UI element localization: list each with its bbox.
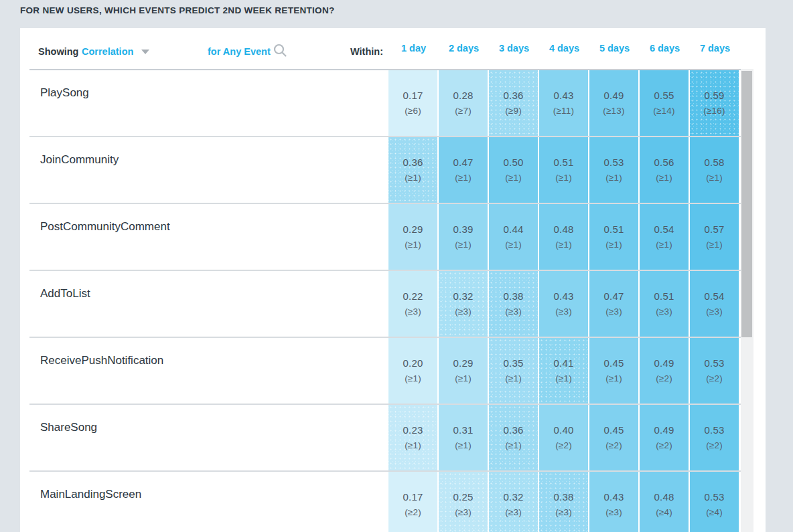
heatmap-cell[interactable]: 0.58(≥1) [690, 137, 739, 203]
heatmap-cell[interactable]: 0.35(≥1) [489, 338, 538, 404]
heatmap-cell[interactable]: 0.45(≥2) [589, 405, 638, 470]
heatmap-cell[interactable]: 0.31(≥1) [439, 405, 488, 470]
heatmap-cell[interactable]: 0.43(≥11) [539, 70, 588, 136]
heatmap-cell[interactable]: 0.55(≥14) [640, 70, 689, 136]
heatmap-cell[interactable]: 0.54(≥3) [690, 271, 739, 337]
cell-correlation-value: 0.57 [705, 224, 725, 235]
heatmap-cell[interactable]: 0.32(≥3) [489, 472, 538, 532]
heatmap-cell[interactable]: 0.44(≥1) [489, 204, 538, 270]
heatmap-cell[interactable]: 0.45(≥1) [589, 338, 638, 404]
heatmap-cell[interactable]: 0.29(≥1) [439, 338, 488, 404]
cell-correlation-value: 0.23 [403, 424, 423, 436]
heatmap-cell[interactable]: 0.36(≥1) [489, 405, 538, 470]
cell-correlation-value: 0.53 [705, 357, 725, 369]
heatmap-cell[interactable]: 0.41(≥1) [539, 338, 588, 404]
cell-correlation-value: 0.40 [554, 424, 574, 436]
cell-threshold: (≥3) [656, 306, 672, 317]
cell-correlation-value: 0.53 [705, 424, 725, 436]
cell-correlation-value: 0.49 [654, 424, 674, 436]
heatmap-cell[interactable]: 0.38(≥3) [539, 472, 588, 532]
heatmap-cell[interactable]: 0.57(≥1) [690, 204, 739, 270]
heatmap-cell[interactable]: 0.25(≥3) [439, 472, 488, 532]
heatmap-cell[interactable]: 0.17(≥6) [388, 70, 437, 136]
cell-correlation-value: 0.43 [554, 90, 574, 101]
cell-correlation-value: 0.29 [403, 224, 423, 235]
heatmap-cell[interactable]: 0.53(≥2) [690, 338, 739, 404]
heatmap-cell[interactable]: 0.51(≥1) [589, 204, 638, 270]
event-name[interactable]: PostCommunityComment [40, 220, 170, 234]
event-row: ShareSong0.23(≥1)0.31(≥1)0.36(≥1)0.40(≥2… [20, 404, 766, 470]
cell-threshold: (≥1) [555, 240, 572, 250]
cell-threshold: (≥1) [656, 173, 672, 183]
heatmap-cell[interactable]: 0.38(≥3) [489, 271, 538, 337]
heatmap-cell[interactable]: 0.50(≥1) [489, 137, 538, 203]
event-name[interactable]: PlaySong [40, 86, 89, 100]
heatmap-cell[interactable]: 0.36(≥9) [489, 70, 538, 136]
heatmap-cell[interactable]: 0.36(≥1) [388, 137, 437, 203]
heatmap-cell[interactable]: 0.49(≥2) [640, 405, 689, 470]
event-name[interactable]: ShareSong [40, 421, 97, 434]
cell-threshold: (≥9) [505, 106, 522, 116]
cell-correlation-value: 0.17 [403, 90, 423, 101]
heatmap-cell[interactable]: 0.22(≥3) [388, 271, 437, 337]
heatmap-cell[interactable]: 0.53(≥1) [589, 137, 638, 203]
heatmap-cell[interactable]: 0.28(≥7) [439, 70, 488, 136]
cell-threshold: (≥3) [505, 306, 522, 317]
cell-correlation-value: 0.22 [403, 290, 423, 302]
cell-threshold: (≥2) [706, 373, 723, 383]
page-title: FOR NEW USERS, WHICH EVENTS PREDICT 2ND … [20, 5, 335, 15]
heatmap-cell[interactable]: 0.56(≥1) [640, 137, 689, 203]
cell-correlation-value: 0.32 [504, 491, 524, 503]
heatmap-cell[interactable]: 0.32(≥3) [439, 271, 488, 337]
heatmap-cell[interactable]: 0.23(≥1) [388, 405, 437, 470]
cell-threshold: (≥1) [555, 173, 572, 183]
heatmap-cell[interactable]: 0.59(≥16) [690, 70, 739, 136]
cell-threshold: (≥1) [505, 373, 522, 383]
event-name[interactable]: MainLandingScreen [40, 488, 141, 501]
heatmap-cell[interactable]: 0.51(≥3) [640, 271, 689, 337]
heatmap-cell[interactable]: 0.29(≥1) [388, 204, 437, 270]
heatmap-cell[interactable]: 0.53(≥4) [690, 472, 739, 532]
heatmap-cell[interactable]: 0.43(≥3) [589, 472, 638, 532]
cell-threshold: (≥3) [455, 306, 472, 317]
heatmap-cell[interactable]: 0.49(≥13) [589, 70, 638, 136]
heatmap-cell[interactable]: 0.39(≥1) [439, 204, 488, 270]
cell-correlation-value: 0.44 [504, 224, 524, 235]
cell-correlation-value: 0.59 [705, 90, 725, 101]
heatmap-cell[interactable]: 0.49(≥2) [640, 338, 689, 404]
cell-correlation-value: 0.54 [705, 290, 725, 302]
heatmap: PlaySong0.17(≥6)0.28(≥7)0.36(≥9)0.43(≥11… [20, 28, 766, 532]
cell-threshold: (≥2) [656, 440, 672, 450]
cell-threshold: (≥14) [653, 106, 674, 116]
cell-threshold: (≥6) [405, 106, 421, 116]
event-row: ReceivePushNotification0.20(≥1)0.29(≥1)0… [20, 337, 766, 404]
heatmap-cell[interactable]: 0.40(≥2) [539, 405, 588, 470]
cell-threshold: (≥3) [455, 507, 472, 517]
cell-correlation-value: 0.36 [504, 90, 524, 101]
heatmap-cell[interactable]: 0.47(≥3) [589, 271, 638, 337]
scrollbar-track[interactable] [741, 69, 753, 532]
cell-threshold: (≥2) [605, 440, 622, 450]
cell-correlation-value: 0.29 [453, 357, 474, 369]
cell-correlation-value: 0.36 [504, 424, 524, 436]
event-name[interactable]: ReceivePushNotification [40, 354, 163, 367]
event-row: PlaySong0.17(≥6)0.28(≥7)0.36(≥9)0.43(≥11… [20, 69, 766, 136]
heatmap-cell[interactable]: 0.48(≥1) [539, 204, 588, 270]
cell-threshold: (≥1) [405, 173, 421, 183]
heatmap-cell[interactable]: 0.48(≥4) [640, 472, 689, 532]
event-name[interactable]: AddToList [40, 287, 90, 300]
heatmap-cell[interactable]: 0.20(≥1) [388, 338, 437, 404]
cell-threshold: (≥1) [605, 173, 622, 183]
heatmap-cell[interactable]: 0.43(≥3) [539, 271, 588, 337]
cell-threshold: (≥1) [555, 373, 572, 383]
cell-threshold: (≥1) [455, 240, 472, 250]
heatmap-cell[interactable]: 0.17(≥2) [388, 472, 437, 532]
heatmap-cell[interactable]: 0.51(≥1) [539, 137, 588, 203]
heatmap-cell[interactable]: 0.54(≥1) [640, 204, 689, 270]
cell-correlation-value: 0.48 [554, 224, 574, 235]
scrollbar-thumb[interactable] [741, 71, 752, 337]
heatmap-cell[interactable]: 0.53(≥2) [690, 405, 739, 470]
heatmap-cell[interactable]: 0.47(≥1) [439, 137, 488, 203]
event-name[interactable]: JoinCommunity [40, 153, 119, 167]
cell-threshold: (≥11) [553, 106, 574, 116]
